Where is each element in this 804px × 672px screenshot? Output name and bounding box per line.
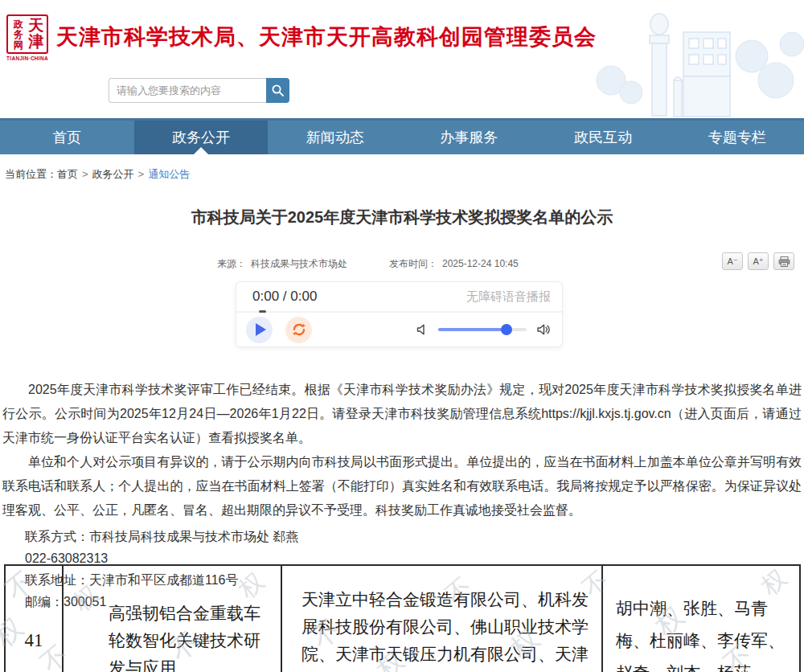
- volume-icon[interactable]: [536, 323, 551, 336]
- article-meta: 来源：科技成果与技术市场处发布时间：2025-12-24 10:45 A⁻ A⁺: [0, 252, 804, 273]
- nav-item-services[interactable]: 办事服务: [402, 121, 536, 154]
- award-table: 41 高强韧铝合金重载车轮数智化关键技术研发与应用 天津立中轻合金锻造有限公司、…: [4, 564, 801, 672]
- paragraph-2: 单位和个人对公示项目有异议的，请于公示期内向市科技局以书面形式提出。单位提出的，…: [2, 450, 802, 522]
- font-larger-button[interactable]: A⁺: [748, 252, 769, 270]
- breadcrumb-home[interactable]: 首页: [57, 168, 78, 180]
- date-label: 发布时间：: [389, 258, 437, 269]
- seal-caption: TIANJIN·CHINA: [6, 55, 48, 61]
- breadcrumb: 当前位置：首页>政务公开>通知公告: [0, 154, 804, 182]
- paragraph-1: 2025年度天津市科学技术奖评审工作已经结束。根据《天津市科学技术奖励办法》规定…: [2, 378, 802, 450]
- cell-project-name: 高强韧铝合金重载车轮数智化关键技术研发与应用: [63, 565, 281, 672]
- player-time: 0:00 / 0:00: [252, 289, 317, 305]
- table-row: 41 高强韧铝合金重载车轮数智化关键技术研发与应用 天津立中轻合金锻造有限公司、…: [5, 565, 800, 672]
- breadcrumb-separator: >: [138, 168, 145, 180]
- source-value: 科技成果与技术市场处: [251, 258, 347, 269]
- player-caption: 无障碍语音播报: [466, 289, 551, 305]
- play-icon: [256, 323, 266, 336]
- date-value: 2025-12-24 10:45: [442, 258, 519, 269]
- site-header: 天津 政务网 TIANJIN·CHINA 天津市科学技术局、天津市天开高教科创园…: [0, 0, 804, 118]
- breadcrumb-prefix: 当前位置：: [5, 168, 57, 180]
- site-title: 天津市科学技术局、天津市天开高教科创园管理委员会: [56, 23, 597, 51]
- replay-button[interactable]: [285, 317, 312, 343]
- volume-knob[interactable]: [501, 324, 512, 335]
- main-nav: 首页 政务公开 新闻动态 办事服务 政民互动 专题专栏: [0, 118, 804, 154]
- building-illustration: [587, 0, 804, 118]
- site-logo-seal: 天津 政务网 TIANJIN·CHINA: [6, 14, 48, 61]
- breadcrumb-section[interactable]: 政务公开: [92, 168, 134, 180]
- search-bar: [109, 78, 289, 103]
- print-button[interactable]: [773, 252, 794, 270]
- mute-icon[interactable]: [416, 323, 429, 336]
- page-title: 市科技局关于2025年度天津市科学技术奖拟授奖名单的公示: [0, 207, 804, 228]
- nav-item-home[interactable]: 首页: [0, 121, 134, 154]
- nav-item-interaction[interactable]: 政民互动: [536, 121, 671, 154]
- seal-text-right: 天津: [27, 18, 44, 51]
- seal-text-left: 政务网: [10, 18, 26, 51]
- replay-icon: [291, 322, 307, 338]
- search-button[interactable]: [266, 78, 289, 103]
- source-label: 来源：: [217, 258, 246, 269]
- search-input[interactable]: [109, 78, 266, 103]
- play-button[interactable]: [246, 317, 273, 343]
- award-table-region: 41 高强韧铝合金重载车轮数智化关键技术研发与应用 天津立中轻合金锻造有限公司、…: [4, 564, 799, 672]
- volume-fill: [438, 328, 507, 331]
- cell-organizations: 天津立中轻合金锻造有限公司、机科发展科技股份有限公司、佛山职业技术学院、天津市天…: [281, 565, 602, 672]
- nav-item-gov-info[interactable]: 政务公开: [134, 121, 269, 154]
- breadcrumb-separator: >: [82, 168, 88, 180]
- audio-player: 0:00 / 0:00 无障碍语音播报: [236, 281, 563, 347]
- search-icon: [271, 84, 285, 97]
- breadcrumb-current[interactable]: 通知公告: [148, 168, 190, 180]
- print-icon: [778, 256, 790, 267]
- volume-slider[interactable]: [438, 328, 527, 331]
- font-smaller-button[interactable]: A⁻: [722, 252, 743, 270]
- cell-awardees: 胡中潮、张胜、马青梅、杜丽峰、李传军、赵奇、刘杰、杨莎: [602, 565, 800, 672]
- cell-row-number: 41: [5, 565, 63, 672]
- nav-item-news[interactable]: 新闻动态: [268, 121, 402, 154]
- contact-person: 联系方式：市科技局科技成果与技术市场处 郄燕: [2, 526, 802, 547]
- page: 天津 政务网 TIANJIN·CHINA 天津市科学技术局、天津市天开高教科创园…: [0, 0, 804, 672]
- nav-item-topics[interactable]: 专题专栏: [670, 121, 804, 154]
